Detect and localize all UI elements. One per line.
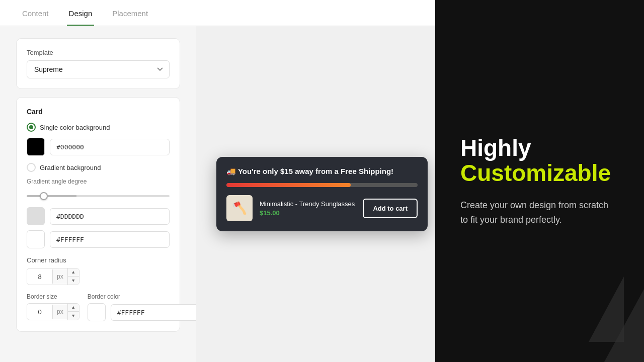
border-color-row xyxy=(88,303,196,321)
corner-radius-input[interactable] xyxy=(27,269,52,284)
headline-line2: Customizable xyxy=(460,160,619,186)
template-select[interactable]: Supreme Modern Classic Minimal xyxy=(27,60,170,78)
right-subtext: Create your own design from scratch to f… xyxy=(460,198,611,227)
border-size-up[interactable]: ▲ xyxy=(68,304,79,312)
template-label: Template xyxy=(27,49,170,56)
border-color-swatch[interactable] xyxy=(88,303,106,321)
corner-radius-down[interactable]: ▼ xyxy=(68,277,79,285)
gradient-angle-slider[interactable] xyxy=(27,195,170,197)
tab-placement[interactable]: Placement xyxy=(110,0,150,26)
border-size-label: Border size xyxy=(27,293,79,300)
tab-content[interactable]: Content xyxy=(20,0,51,26)
right-headline-text: Highly Customizable xyxy=(460,135,619,186)
settings-sidebar: Template Supreme Modern Classic Minimal … xyxy=(0,26,196,362)
border-size-unit: px xyxy=(52,305,67,319)
border-size-input[interactable] xyxy=(27,305,52,319)
single-color-label: Single color background xyxy=(40,124,110,131)
single-color-input[interactable] xyxy=(50,139,170,155)
corner-radius-label: Corner radius xyxy=(27,256,170,264)
popup-card: 🚚 You're only $15 away from a Free Shipp… xyxy=(216,157,428,231)
border-size-col: Border size px ▲ ▼ xyxy=(27,293,79,320)
product-row: 🪓 Minimalistic - Trendy Sunglasses $15.0… xyxy=(226,195,418,221)
border-row: Border size px ▲ ▼ Border c xyxy=(27,293,170,321)
card-section-title: Card xyxy=(27,108,170,116)
single-color-radio[interactable] xyxy=(27,123,36,132)
gradient-color2-input[interactable] xyxy=(50,231,170,248)
gradient-color1-row xyxy=(27,207,170,225)
border-color-col: Border color xyxy=(88,293,196,321)
gradient-color2-row xyxy=(27,230,170,248)
corner-radius-section: Corner radius px ▲ ▼ Border size xyxy=(27,256,170,321)
deco-triangle2 xyxy=(589,277,624,342)
single-color-radio-row[interactable]: Single color background xyxy=(27,123,170,132)
right-panel: Highly Customizable Create your own desi… xyxy=(435,0,644,362)
progress-bar-container xyxy=(226,183,418,187)
gradient-colors xyxy=(27,207,170,248)
template-section: Template Supreme Modern Classic Minimal xyxy=(16,38,180,89)
product-price: $15.00 xyxy=(260,209,356,217)
gradient-label: Gradient background xyxy=(40,164,101,171)
add-to-cart-button[interactable]: Add to cart xyxy=(363,199,418,218)
product-emoji: 🪓 xyxy=(232,201,247,215)
product-info: Minimalistic - Trendy Sunglasses $15.00 xyxy=(260,200,356,217)
single-color-row xyxy=(27,138,170,156)
corner-radius-unit: px xyxy=(52,269,67,284)
preview-area: 🚚 You're only $15 away from a Free Shipp… xyxy=(196,26,435,362)
single-color-swatch[interactable] xyxy=(27,138,45,156)
gradient-angle-slider-container xyxy=(27,190,170,199)
gradient-color1-input[interactable] xyxy=(50,208,170,225)
tab-bar: Content Design Placement xyxy=(0,0,435,26)
gradient-color2-swatch[interactable] xyxy=(27,230,45,248)
popup-message: 🚚 You're only $15 away from a Free Shipp… xyxy=(226,167,418,176)
headline-line1: Highly xyxy=(460,135,531,161)
border-size-down[interactable]: ▼ xyxy=(68,312,79,320)
border-color-label: Border color xyxy=(88,293,196,300)
corner-radius-input-box: px ▲ ▼ xyxy=(27,268,79,285)
border-size-stepper: ▲ ▼ xyxy=(67,304,79,320)
gradient-radio[interactable] xyxy=(27,163,36,172)
corner-radius-stepper: ▲ ▼ xyxy=(67,268,79,285)
gradient-angle-label: Gradient angle degree xyxy=(27,178,170,185)
border-color-input[interactable] xyxy=(111,304,196,321)
product-thumbnail: 🪓 xyxy=(226,195,253,221)
tab-design[interactable]: Design xyxy=(67,0,95,26)
right-headline: Highly Customizable xyxy=(460,135,619,189)
card-section: Card Single color background Gradient b xyxy=(16,97,180,332)
progress-bar-fill xyxy=(226,183,351,187)
border-size-input-box: px ▲ ▼ xyxy=(27,303,79,320)
gradient-radio-row[interactable]: Gradient background xyxy=(27,163,170,172)
gradient-color1-swatch[interactable] xyxy=(27,207,45,225)
corner-radius-up[interactable]: ▲ xyxy=(68,268,79,277)
product-name: Minimalistic - Trendy Sunglasses xyxy=(260,200,356,208)
